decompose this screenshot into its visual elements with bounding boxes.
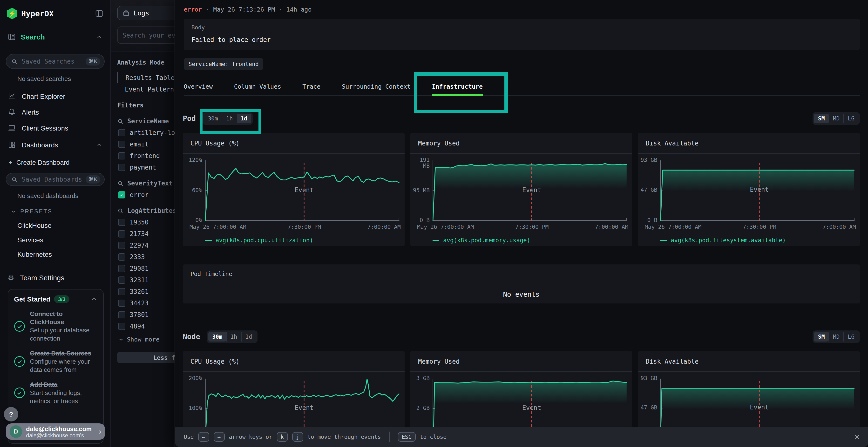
sidebar-section-dashboards[interactable]: Dashboards — [0, 137, 111, 153]
tab-column-values[interactable]: Column Values — [234, 78, 281, 95]
checkbox[interactable]: ✓ — [118, 265, 125, 272]
team-settings-label: Team Settings — [20, 274, 103, 282]
filter-item-33261[interactable]: ✓33261 — [118, 288, 175, 295]
show-more-button[interactable]: Show more — [118, 336, 175, 343]
get-started-step[interactable]: Connect to ClickHouseSet up your databas… — [14, 310, 97, 342]
service-name-tag[interactable]: ServiceName: frontend — [184, 58, 264, 70]
pod-range-1d[interactable]: 1d — [237, 114, 251, 123]
checkbox[interactable]: ✓ — [118, 129, 125, 136]
pod-range-30m[interactable]: 30m — [204, 114, 222, 123]
tab-overview[interactable]: Overview — [184, 78, 213, 95]
sidebar-item-client-sessions[interactable]: Client Sessions — [0, 120, 111, 136]
filter-group-header[interactable]: SeverityText — [117, 180, 175, 187]
filter-item-payment[interactable]: ✓payment — [118, 164, 175, 171]
sidebar-item-alerts[interactable]: Alerts — [0, 104, 111, 120]
search-icon — [11, 58, 18, 65]
nav-item-label: Chart Explorer — [22, 92, 103, 100]
checkbox[interactable]: ✓ — [118, 288, 125, 295]
close-icon[interactable]: × — [854, 432, 860, 442]
checkbox[interactable]: ✓ — [118, 141, 125, 148]
divider — [389, 432, 390, 442]
preset-item-services[interactable]: Services — [18, 236, 111, 244]
help-button[interactable]: ? — [4, 407, 18, 421]
filter-group-header[interactable]: LogAttributes — [117, 207, 175, 214]
node-range-1h[interactable]: 1h — [226, 332, 241, 342]
checkbox[interactable]: ✓ — [118, 276, 125, 284]
chart-plot[interactable]: 191 MB95 MB0 BEvent — [433, 161, 627, 220]
chart-plot[interactable]: 93 GB47 GB0 BEvent — [660, 161, 855, 220]
checkbox[interactable]: ✓ — [118, 219, 125, 226]
analysis-mode-option-event-patterns[interactable]: Event Patterns — [117, 83, 175, 95]
pod-range-1h[interactable]: 1h — [222, 114, 237, 123]
checkbox[interactable]: ✓ — [118, 323, 125, 330]
filter-item-artillery-load[interactable]: ✓artillery-load — [118, 129, 175, 136]
chart-legend[interactable]: avg(k8s.pod.memory.usage) — [433, 237, 627, 244]
filter-item-label: error — [130, 191, 149, 199]
create-dashboard-button[interactable]: + Create Dashboard — [0, 153, 111, 166]
checkbox[interactable]: ✓ — [118, 230, 125, 238]
filter-item-error[interactable]: ✓error — [118, 191, 175, 199]
checkbox[interactable]: ✓ — [118, 191, 125, 199]
filter-group-header[interactable]: ServiceName — [117, 117, 175, 125]
get-started-step[interactable]: Create Data SourcesConfigure where your … — [14, 349, 97, 374]
checkbox[interactable]: ✓ — [118, 311, 125, 318]
event-age: 14h ago — [286, 6, 311, 13]
filter-item-22974[interactable]: ✓22974 — [118, 242, 175, 249]
chevron-up-icon[interactable] — [96, 33, 103, 40]
chart-legend[interactable]: avg(k8s.pod.cpu.utilization) — [205, 237, 400, 244]
filter-item-37801[interactable]: ✓37801 — [118, 311, 175, 318]
hyperdx-app: ⚡ HyperDX Search Saved Searches ⌘K No sa… — [0, 0, 868, 447]
filter-item-21734[interactable]: ✓21734 — [118, 230, 175, 238]
filter-item-32311[interactable]: ✓32311 — [118, 276, 175, 284]
saved-dashboards-input[interactable]: Saved Dashboards ⌘K — [6, 173, 105, 186]
node-range-30m[interactable]: 30m — [208, 332, 226, 342]
pod-size-sm[interactable]: SM — [814, 114, 829, 123]
chart-plot[interactable]: 120%60%0%Event — [205, 161, 400, 220]
filter-item-4894[interactable]: ✓4894 — [118, 323, 175, 330]
legend-swatch-icon — [433, 240, 439, 241]
filter-item-email[interactable]: ✓email — [118, 141, 175, 148]
filter-item-29081[interactable]: ✓29081 — [118, 265, 175, 272]
presets-toggle[interactable]: PRESETS — [10, 208, 111, 215]
chart-title: Memory Used — [410, 351, 632, 372]
preset-item-kubernetes[interactable]: Kubernetes — [18, 250, 111, 258]
chart-x-axis: May 26 7:00:00 AM7:30:00 PM7:00:00 AM — [660, 224, 855, 231]
chevron-up-icon[interactable] — [91, 296, 97, 303]
node-size-sm[interactable]: SM — [814, 332, 829, 342]
filter-item-34423[interactable]: ✓34423 — [118, 300, 175, 307]
severity-badge: error — [184, 6, 202, 13]
collapse-sidebar-icon[interactable] — [95, 10, 104, 18]
tab-infrastructure[interactable]: Infrastructure — [432, 78, 483, 95]
sidebar: ⚡ HyperDX Search Saved Searches ⌘K No sa… — [0, 0, 111, 447]
tab-surrounding-context[interactable]: Surrounding Context — [342, 78, 411, 95]
pod-size-md[interactable]: MD — [829, 114, 844, 123]
sidebar-item-chart-explorer[interactable]: Chart Explorer — [0, 88, 111, 104]
tab-trace[interactable]: Trace — [302, 78, 320, 95]
filter-group-name: SeverityText — [127, 180, 173, 187]
checkbox[interactable]: ✓ — [118, 253, 125, 261]
chart-legend[interactable]: avg(k8s.pod.filesystem.available) — [660, 237, 855, 244]
checkbox[interactable]: ✓ — [118, 152, 125, 160]
filter-item-label: 22974 — [130, 242, 149, 249]
node-range-1d[interactable]: 1d — [241, 332, 256, 342]
filter-item-frontend[interactable]: ✓frontend — [118, 152, 175, 160]
sidebar-item-team-settings[interactable]: ⚙ Team Settings — [0, 270, 111, 286]
checkbox[interactable]: ✓ — [118, 300, 125, 307]
chart-card: Memory Used 191 MB95 MB0 BEvent May 26 7… — [410, 133, 632, 246]
pod-timeline-title: Pod Timeline — [183, 265, 860, 284]
filter-item-2333[interactable]: ✓2333 — [118, 253, 175, 261]
user-menu[interactable]: D dale@clickhouse.com dale@clickhouse.co… — [6, 423, 105, 440]
node-size-lg[interactable]: LG — [843, 332, 858, 342]
chevron-up-icon[interactable] — [96, 141, 103, 148]
node-size-md[interactable]: MD — [829, 332, 844, 342]
show-more-label: Show more — [127, 336, 159, 343]
pod-size-lg[interactable]: LG — [843, 114, 858, 123]
preset-item-clickhouse[interactable]: ClickHouse — [18, 221, 111, 229]
checkbox[interactable]: ✓ — [118, 242, 125, 249]
filter-item-19350[interactable]: ✓19350 — [118, 219, 175, 226]
sidebar-section-search[interactable]: Search — [0, 27, 111, 47]
analysis-mode-option-results-table[interactable]: Results Table — [117, 72, 175, 83]
saved-searches-input[interactable]: Saved Searches ⌘K — [6, 54, 105, 69]
checkbox[interactable]: ✓ — [118, 164, 125, 171]
get-started-step[interactable]: Add DataStart sending logs, metrics, or … — [14, 381, 97, 405]
